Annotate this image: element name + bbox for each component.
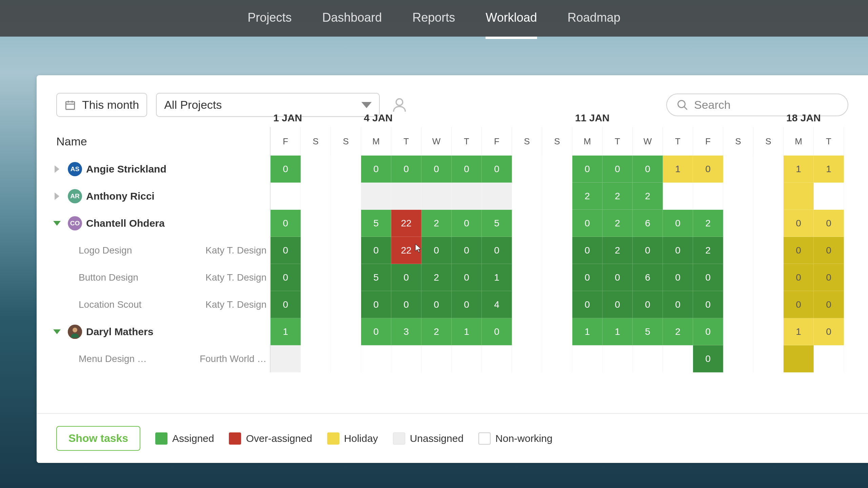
workload-cell[interactable]: 1 — [663, 156, 693, 183]
workload-cell[interactable]: 1 — [452, 318, 482, 345]
workload-cell[interactable]: 2 — [633, 183, 663, 210]
workload-cell[interactable]: 0 — [814, 210, 844, 237]
workload-cell[interactable]: 0 — [482, 237, 512, 264]
workload-cell[interactable]: 0 — [603, 156, 633, 183]
workload-cell[interactable]: 2 — [603, 183, 633, 210]
subtask-row[interactable]: Location ScoutKaty T. Design — [37, 291, 271, 318]
workload-cell[interactable]: 0 — [572, 264, 603, 291]
workload-cell[interactable]: 0 — [572, 291, 603, 318]
workload-cell[interactable]: 0 — [572, 210, 603, 237]
workload-cell[interactable]: 0 — [482, 156, 512, 183]
workload-cell[interactable]: 6 — [633, 210, 663, 237]
workload-cell[interactable]: 3 — [391, 318, 421, 345]
workload-cell[interactable] — [361, 183, 391, 210]
nav-dashboard[interactable]: Dashboard — [322, 11, 382, 26]
workload-cell[interactable]: 0 — [391, 264, 421, 291]
workload-cell[interactable]: 0 — [271, 237, 301, 264]
nav-roadmap[interactable]: Roadmap — [568, 11, 620, 26]
subtask-row[interactable]: Menu Design …Fourth World … — [37, 345, 271, 372]
collapse-icon[interactable] — [50, 221, 64, 226]
workload-cell[interactable]: 0 — [693, 318, 723, 345]
workload-cell[interactable]: 0 — [663, 291, 693, 318]
workload-cell[interactable]: 0 — [663, 210, 693, 237]
workload-cell[interactable]: 0 — [693, 264, 723, 291]
workload-cell[interactable]: 2 — [603, 237, 633, 264]
workload-cell[interactable]: 0 — [784, 291, 814, 318]
workload-cell[interactable]: 0 — [603, 291, 633, 318]
workload-cell[interactable] — [452, 183, 482, 210]
workload-cell[interactable]: 2 — [572, 183, 603, 210]
workload-cell[interactable]: 0 — [814, 318, 844, 345]
workload-cell[interactable]: 1 — [271, 318, 301, 345]
workload-cell[interactable]: 0 — [421, 237, 452, 264]
workload-cell[interactable]: 0 — [633, 156, 663, 183]
nav-reports[interactable]: Reports — [412, 11, 455, 26]
search-input[interactable] — [694, 98, 838, 111]
subtask-row[interactable]: Button DesignKaty T. Design — [37, 264, 271, 291]
person-icon[interactable] — [391, 96, 408, 114]
workload-cell[interactable]: 0 — [572, 237, 603, 264]
workload-cell[interactable]: 0 — [421, 291, 452, 318]
workload-cell[interactable]: 1 — [603, 318, 633, 345]
workload-cell[interactable]: 0 — [814, 237, 844, 264]
subtask-row[interactable]: Logo DesignKaty T. Design — [37, 237, 271, 264]
workload-cell[interactable]: 6 — [633, 264, 663, 291]
nav-projects[interactable]: Projects — [248, 11, 292, 26]
workload-cell[interactable]: 0 — [271, 264, 301, 291]
workload-cell[interactable]: 0 — [391, 291, 421, 318]
workload-cell[interactable]: 5 — [361, 264, 391, 291]
workload-cell[interactable] — [482, 183, 512, 210]
workload-cell[interactable]: 0 — [572, 156, 603, 183]
project-filter-dropdown[interactable]: All Projects — [156, 93, 380, 117]
workload-cell[interactable]: 5 — [361, 210, 391, 237]
workload-cell[interactable]: 0 — [482, 318, 512, 345]
workload-cell[interactable]: 0 — [361, 237, 391, 264]
workload-cell[interactable]: 0 — [693, 156, 723, 183]
workload-cell[interactable]: 2 — [663, 318, 693, 345]
workload-cell[interactable] — [421, 183, 452, 210]
workload-cell[interactable] — [784, 183, 814, 210]
person-row[interactable]: ARAnthony Ricci — [37, 183, 271, 210]
workload-cell[interactable]: 2 — [693, 237, 723, 264]
workload-cell[interactable]: 0 — [271, 156, 301, 183]
workload-cell[interactable] — [391, 183, 421, 210]
collapse-icon[interactable] — [50, 329, 64, 334]
workload-cell[interactable]: 0 — [361, 291, 391, 318]
workload-cell[interactable]: 0 — [633, 291, 663, 318]
workload-cell[interactable]: 0 — [663, 237, 693, 264]
workload-cell[interactable]: 2 — [421, 210, 452, 237]
workload-cell[interactable]: 0 — [784, 264, 814, 291]
workload-cell[interactable]: 0 — [452, 237, 482, 264]
workload-cell[interactable] — [784, 345, 814, 372]
workload-cell[interactable]: 0 — [693, 345, 723, 372]
workload-cell[interactable]: 0 — [452, 210, 482, 237]
workload-cell[interactable]: 2 — [421, 318, 452, 345]
expand-icon[interactable] — [50, 192, 64, 200]
person-row[interactable]: ASAngie Strickland — [37, 156, 271, 183]
workload-cell[interactable]: 4 — [482, 291, 512, 318]
workload-cell[interactable]: 0 — [814, 291, 844, 318]
workload-cell[interactable]: 1 — [784, 156, 814, 183]
workload-cell[interactable]: 0 — [271, 291, 301, 318]
workload-cell[interactable]: 0 — [361, 156, 391, 183]
nav-workload[interactable]: Workload — [486, 11, 537, 26]
workload-cell[interactable]: 22 — [391, 237, 421, 264]
workload-cell[interactable]: 0 — [603, 264, 633, 291]
workload-cell[interactable]: 22 — [391, 210, 421, 237]
workload-cell[interactable]: 2 — [693, 210, 723, 237]
workload-cell[interactable]: 5 — [633, 318, 663, 345]
workload-cell[interactable]: 0 — [391, 156, 421, 183]
workload-cell[interactable]: 5 — [482, 210, 512, 237]
workload-cell[interactable]: 2 — [421, 264, 452, 291]
workload-cell[interactable]: 1 — [482, 264, 512, 291]
workload-cell[interactable]: 0 — [784, 237, 814, 264]
workload-cell[interactable]: 0 — [693, 291, 723, 318]
workload-cell[interactable]: 0 — [814, 264, 844, 291]
show-tasks-button[interactable]: Show tasks — [56, 426, 140, 451]
workload-cell[interactable]: 0 — [452, 291, 482, 318]
workload-cell[interactable]: 0 — [361, 318, 391, 345]
period-dropdown[interactable]: This month — [56, 93, 147, 117]
workload-cell[interactable]: 2 — [603, 210, 633, 237]
person-row[interactable]: Daryl Mathers — [37, 318, 271, 345]
workload-cell[interactable] — [271, 345, 301, 372]
